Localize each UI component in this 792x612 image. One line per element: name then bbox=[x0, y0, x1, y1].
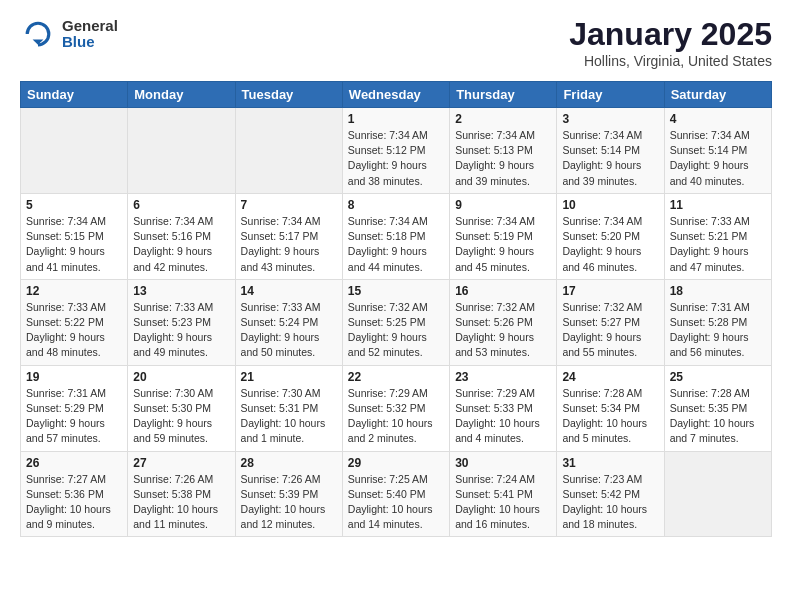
day-number: 11 bbox=[670, 198, 766, 212]
page: General Blue January 2025 Hollins, Virgi… bbox=[0, 0, 792, 547]
logo: General Blue bbox=[20, 16, 118, 52]
day-cell: 22Sunrise: 7:29 AM Sunset: 5:32 PM Dayli… bbox=[342, 365, 449, 451]
calendar-header-row: SundayMondayTuesdayWednesdayThursdayFrid… bbox=[21, 82, 772, 108]
day-cell bbox=[128, 108, 235, 194]
calendar-table: SundayMondayTuesdayWednesdayThursdayFrid… bbox=[20, 81, 772, 537]
day-cell: 7Sunrise: 7:34 AM Sunset: 5:17 PM Daylig… bbox=[235, 193, 342, 279]
day-number: 22 bbox=[348, 370, 444, 384]
day-info: Sunrise: 7:34 AM Sunset: 5:12 PM Dayligh… bbox=[348, 128, 444, 189]
day-cell: 10Sunrise: 7:34 AM Sunset: 5:20 PM Dayli… bbox=[557, 193, 664, 279]
day-number: 30 bbox=[455, 456, 551, 470]
day-number: 21 bbox=[241, 370, 337, 384]
logo-blue-text: Blue bbox=[62, 34, 118, 51]
day-info: Sunrise: 7:34 AM Sunset: 5:14 PM Dayligh… bbox=[562, 128, 658, 189]
day-info: Sunrise: 7:29 AM Sunset: 5:32 PM Dayligh… bbox=[348, 386, 444, 447]
week-row-4: 19Sunrise: 7:31 AM Sunset: 5:29 PM Dayli… bbox=[21, 365, 772, 451]
day-info: Sunrise: 7:33 AM Sunset: 5:24 PM Dayligh… bbox=[241, 300, 337, 361]
day-info: Sunrise: 7:28 AM Sunset: 5:35 PM Dayligh… bbox=[670, 386, 766, 447]
day-number: 5 bbox=[26, 198, 122, 212]
day-number: 15 bbox=[348, 284, 444, 298]
day-header-tuesday: Tuesday bbox=[235, 82, 342, 108]
month-title: January 2025 bbox=[569, 16, 772, 53]
logo-general-text: General bbox=[62, 18, 118, 35]
header: General Blue January 2025 Hollins, Virgi… bbox=[20, 16, 772, 69]
day-cell: 9Sunrise: 7:34 AM Sunset: 5:19 PM Daylig… bbox=[450, 193, 557, 279]
day-info: Sunrise: 7:31 AM Sunset: 5:28 PM Dayligh… bbox=[670, 300, 766, 361]
day-info: Sunrise: 7:23 AM Sunset: 5:42 PM Dayligh… bbox=[562, 472, 658, 533]
day-info: Sunrise: 7:32 AM Sunset: 5:26 PM Dayligh… bbox=[455, 300, 551, 361]
day-cell bbox=[21, 108, 128, 194]
day-number: 18 bbox=[670, 284, 766, 298]
day-number: 13 bbox=[133, 284, 229, 298]
day-cell: 23Sunrise: 7:29 AM Sunset: 5:33 PM Dayli… bbox=[450, 365, 557, 451]
day-number: 28 bbox=[241, 456, 337, 470]
day-number: 16 bbox=[455, 284, 551, 298]
day-number: 2 bbox=[455, 112, 551, 126]
day-info: Sunrise: 7:31 AM Sunset: 5:29 PM Dayligh… bbox=[26, 386, 122, 447]
day-cell: 16Sunrise: 7:32 AM Sunset: 5:26 PM Dayli… bbox=[450, 279, 557, 365]
location: Hollins, Virginia, United States bbox=[569, 53, 772, 69]
day-header-monday: Monday bbox=[128, 82, 235, 108]
day-info: Sunrise: 7:33 AM Sunset: 5:22 PM Dayligh… bbox=[26, 300, 122, 361]
day-header-wednesday: Wednesday bbox=[342, 82, 449, 108]
day-info: Sunrise: 7:26 AM Sunset: 5:39 PM Dayligh… bbox=[241, 472, 337, 533]
day-info: Sunrise: 7:29 AM Sunset: 5:33 PM Dayligh… bbox=[455, 386, 551, 447]
day-number: 23 bbox=[455, 370, 551, 384]
day-cell: 15Sunrise: 7:32 AM Sunset: 5:25 PM Dayli… bbox=[342, 279, 449, 365]
day-number: 10 bbox=[562, 198, 658, 212]
day-cell: 21Sunrise: 7:30 AM Sunset: 5:31 PM Dayli… bbox=[235, 365, 342, 451]
day-cell: 19Sunrise: 7:31 AM Sunset: 5:29 PM Dayli… bbox=[21, 365, 128, 451]
day-number: 14 bbox=[241, 284, 337, 298]
day-cell bbox=[235, 108, 342, 194]
day-header-saturday: Saturday bbox=[664, 82, 771, 108]
day-info: Sunrise: 7:25 AM Sunset: 5:40 PM Dayligh… bbox=[348, 472, 444, 533]
day-cell: 13Sunrise: 7:33 AM Sunset: 5:23 PM Dayli… bbox=[128, 279, 235, 365]
day-cell: 31Sunrise: 7:23 AM Sunset: 5:42 PM Dayli… bbox=[557, 451, 664, 537]
day-info: Sunrise: 7:34 AM Sunset: 5:18 PM Dayligh… bbox=[348, 214, 444, 275]
day-cell: 8Sunrise: 7:34 AM Sunset: 5:18 PM Daylig… bbox=[342, 193, 449, 279]
day-number: 20 bbox=[133, 370, 229, 384]
day-number: 24 bbox=[562, 370, 658, 384]
day-info: Sunrise: 7:34 AM Sunset: 5:15 PM Dayligh… bbox=[26, 214, 122, 275]
day-header-thursday: Thursday bbox=[450, 82, 557, 108]
week-row-3: 12Sunrise: 7:33 AM Sunset: 5:22 PM Dayli… bbox=[21, 279, 772, 365]
day-number: 25 bbox=[670, 370, 766, 384]
day-cell: 11Sunrise: 7:33 AM Sunset: 5:21 PM Dayli… bbox=[664, 193, 771, 279]
logo-text: General Blue bbox=[62, 18, 118, 51]
day-cell: 2Sunrise: 7:34 AM Sunset: 5:13 PM Daylig… bbox=[450, 108, 557, 194]
day-number: 6 bbox=[133, 198, 229, 212]
day-cell bbox=[664, 451, 771, 537]
day-info: Sunrise: 7:34 AM Sunset: 5:13 PM Dayligh… bbox=[455, 128, 551, 189]
day-number: 31 bbox=[562, 456, 658, 470]
day-number: 17 bbox=[562, 284, 658, 298]
day-cell: 4Sunrise: 7:34 AM Sunset: 5:14 PM Daylig… bbox=[664, 108, 771, 194]
day-number: 7 bbox=[241, 198, 337, 212]
day-info: Sunrise: 7:24 AM Sunset: 5:41 PM Dayligh… bbox=[455, 472, 551, 533]
day-number: 4 bbox=[670, 112, 766, 126]
day-info: Sunrise: 7:28 AM Sunset: 5:34 PM Dayligh… bbox=[562, 386, 658, 447]
day-cell: 25Sunrise: 7:28 AM Sunset: 5:35 PM Dayli… bbox=[664, 365, 771, 451]
day-cell: 6Sunrise: 7:34 AM Sunset: 5:16 PM Daylig… bbox=[128, 193, 235, 279]
day-header-friday: Friday bbox=[557, 82, 664, 108]
day-cell: 29Sunrise: 7:25 AM Sunset: 5:40 PM Dayli… bbox=[342, 451, 449, 537]
week-row-2: 5Sunrise: 7:34 AM Sunset: 5:15 PM Daylig… bbox=[21, 193, 772, 279]
day-info: Sunrise: 7:33 AM Sunset: 5:23 PM Dayligh… bbox=[133, 300, 229, 361]
day-info: Sunrise: 7:30 AM Sunset: 5:30 PM Dayligh… bbox=[133, 386, 229, 447]
day-number: 9 bbox=[455, 198, 551, 212]
day-cell: 1Sunrise: 7:34 AM Sunset: 5:12 PM Daylig… bbox=[342, 108, 449, 194]
week-row-5: 26Sunrise: 7:27 AM Sunset: 5:36 PM Dayli… bbox=[21, 451, 772, 537]
day-cell: 17Sunrise: 7:32 AM Sunset: 5:27 PM Dayli… bbox=[557, 279, 664, 365]
day-info: Sunrise: 7:33 AM Sunset: 5:21 PM Dayligh… bbox=[670, 214, 766, 275]
day-number: 29 bbox=[348, 456, 444, 470]
day-number: 27 bbox=[133, 456, 229, 470]
day-cell: 28Sunrise: 7:26 AM Sunset: 5:39 PM Dayli… bbox=[235, 451, 342, 537]
day-number: 8 bbox=[348, 198, 444, 212]
day-number: 19 bbox=[26, 370, 122, 384]
day-cell: 14Sunrise: 7:33 AM Sunset: 5:24 PM Dayli… bbox=[235, 279, 342, 365]
day-info: Sunrise: 7:34 AM Sunset: 5:16 PM Dayligh… bbox=[133, 214, 229, 275]
day-number: 1 bbox=[348, 112, 444, 126]
day-number: 26 bbox=[26, 456, 122, 470]
week-row-1: 1Sunrise: 7:34 AM Sunset: 5:12 PM Daylig… bbox=[21, 108, 772, 194]
day-info: Sunrise: 7:27 AM Sunset: 5:36 PM Dayligh… bbox=[26, 472, 122, 533]
day-info: Sunrise: 7:30 AM Sunset: 5:31 PM Dayligh… bbox=[241, 386, 337, 447]
